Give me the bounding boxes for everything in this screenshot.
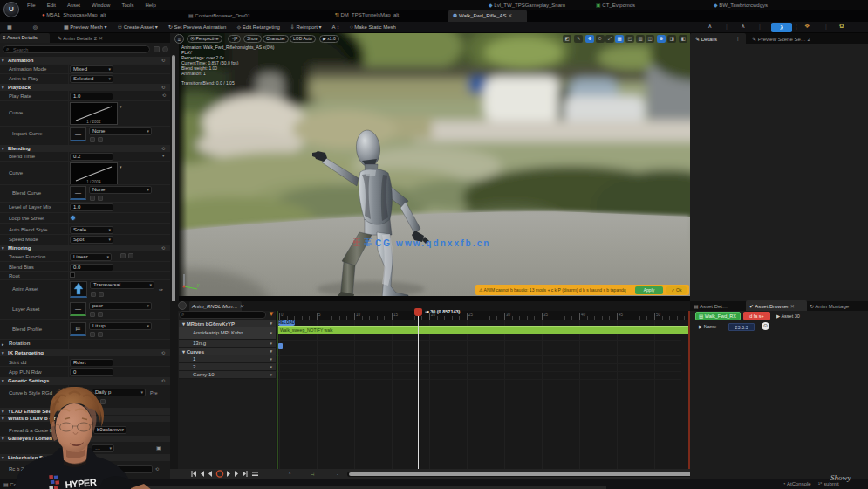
svg-text:y: y: [197, 282, 200, 287]
svg-text:CG www.qdnxxfb.cn: CG www.qdnxxfb.cn: [375, 238, 491, 248]
svg-text:HYPER: HYPER: [65, 477, 97, 489]
